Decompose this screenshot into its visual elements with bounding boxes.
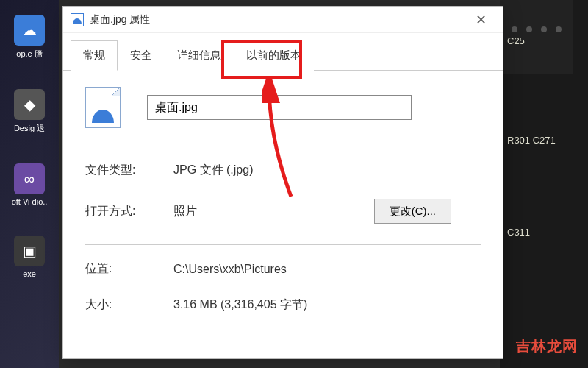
desktop-icon[interactable]: ▣ exe (11, 236, 48, 278)
row-location: 位置: C:\Users\xxb\Pictures (85, 261, 481, 277)
label-filetype: 文件类型: (85, 163, 173, 178)
app-icon: ◆ (14, 89, 45, 120)
icon-label: op.e 腾 (11, 49, 48, 60)
value-location: C:\Users\xxb\Pictures (173, 263, 481, 276)
tab-details[interactable]: 详细信息 (165, 40, 234, 71)
tab-security[interactable]: 安全 (118, 40, 165, 71)
pcb-label: C311 (507, 227, 581, 238)
app-icon: ▣ (14, 236, 45, 266)
tab-general[interactable]: 常规 (71, 40, 118, 71)
row-openwith: 打开方式: 照片 更改(C)... (85, 199, 481, 224)
tab-content: 文件类型: JPG 文件 (.jpg) 打开方式: 照片 更改(C)... 位置… (63, 71, 503, 350)
value-openwith: 照片 (173, 204, 374, 219)
app-icon: ∞ (14, 163, 45, 194)
filename-row (85, 87, 481, 128)
value-size: 3.16 MB (3,316,405 字节) (173, 297, 481, 313)
desktop-right-strip: C25 R301 C271 C311 (500, 0, 588, 368)
separator (85, 244, 481, 245)
pcb-label: C25 (507, 35, 581, 46)
row-filetype: 文件类型: JPG 文件 (.jpg) (85, 163, 481, 178)
window-title: 桌面.jpg 属性 (90, 13, 150, 26)
value-filetype: JPG 文件 (.jpg) (173, 163, 481, 178)
image-file-icon (85, 87, 121, 128)
label-size: 大小: (85, 297, 173, 313)
icon-label: exe (11, 269, 48, 278)
properties-dialog: 桌面.jpg 属性 ✕ 常规 安全 详细信息 以前的版本 文件类型: JPG 文… (62, 6, 503, 359)
desktop-icon[interactable]: ◆ Desig 退 (11, 89, 48, 134)
separator (85, 146, 481, 146)
app-icon: ☁ (14, 15, 45, 46)
icon-label: Desig 退 (11, 123, 48, 134)
close-button[interactable]: ✕ (466, 9, 495, 31)
image-file-icon (71, 13, 84, 26)
change-button[interactable]: 更改(C)... (374, 199, 451, 224)
tab-previous-versions[interactable]: 以前的版本 (234, 40, 314, 71)
icon-label: oft Vi dio.. (11, 197, 48, 206)
title-bar[interactable]: 桌面.jpg 属性 ✕ (63, 7, 503, 33)
desktop-left-strip: ☁ op.e 腾 ◆ Desig 退 ∞ oft Vi dio.. ▣ exe (0, 0, 59, 368)
row-size: 大小: 3.16 MB (3,316,405 字节) (85, 297, 481, 313)
pcb-label: R301 C271 (507, 135, 581, 146)
tab-bar: 常规 安全 详细信息 以前的版本 (63, 33, 503, 71)
desktop-icon[interactable]: ☁ op.e 腾 (11, 15, 48, 60)
label-location: 位置: (85, 261, 173, 277)
desktop-icon[interactable]: ∞ oft Vi dio.. (11, 163, 48, 206)
filename-input[interactable] (147, 95, 412, 120)
label-openwith: 打开方式: (85, 204, 173, 219)
